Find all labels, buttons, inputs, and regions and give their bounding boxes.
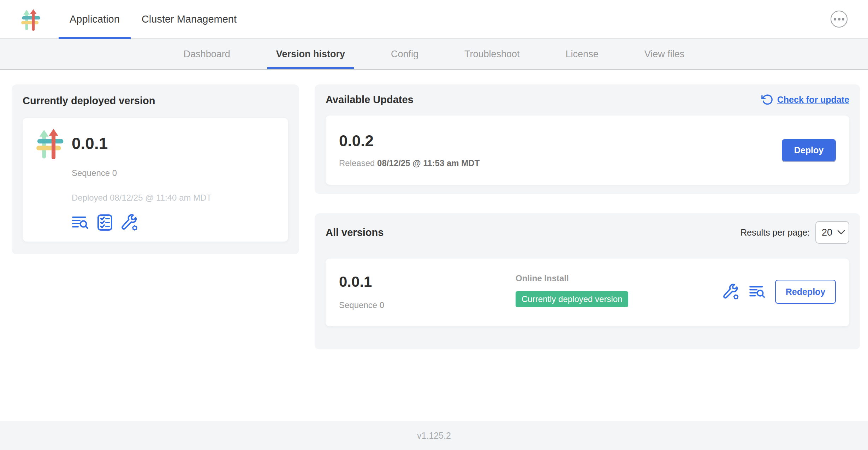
row-install-type: Online Install	[516, 273, 628, 283]
app-logo	[20, 0, 42, 39]
deployed-version-number: 0.0.1	[72, 134, 275, 153]
results-per-page-label: Results per page:	[741, 227, 810, 238]
release-notes-icon[interactable]	[72, 215, 89, 230]
currently-deployed-panel: Currently deployed version 0.0.1 Sequenc…	[12, 84, 299, 254]
available-updates-panel: Available Updates Check for update 0.0.2…	[315, 84, 860, 194]
deployed-sequence: Sequence 0	[72, 168, 275, 178]
console-version: v1.125.2	[417, 431, 451, 441]
currently-deployed-title: Currently deployed version	[23, 95, 288, 107]
app-footer: v1.125.2	[0, 421, 868, 450]
arrows-logo-icon	[20, 5, 42, 34]
app-subnav: Dashboard Version history Config Trouble…	[0, 39, 868, 70]
right-column: Available Updates Check for update 0.0.2…	[315, 84, 860, 349]
row-version-number: 0.0.1	[339, 273, 516, 290]
preflight-checks-icon[interactable]	[97, 214, 113, 231]
edit-config-icon[interactable]	[723, 284, 739, 300]
results-per-page-select[interactable]: 20	[815, 221, 849, 244]
refresh-icon	[761, 94, 773, 106]
all-versions-title: All versions	[326, 227, 384, 238]
tab-cluster-management[interactable]: Cluster Management	[131, 0, 248, 39]
deployed-version-card: 0.0.1 Sequence 0 Deployed 08/12/25 @ 11:…	[23, 118, 288, 242]
version-row: 0.0.1 Sequence 0 Online Install Currentl…	[326, 259, 849, 326]
tab-troubleshoot[interactable]: Troubleshoot	[464, 39, 520, 69]
update-card: 0.0.2 Released 08/12/25 @ 11:53 am MDT D…	[326, 116, 849, 185]
all-versions-panel: All versions Results per page: 20 0	[315, 213, 860, 349]
app-version-logo-icon	[35, 128, 66, 159]
available-updates-title: Available Updates	[326, 94, 414, 106]
tab-license[interactable]: License	[566, 39, 599, 69]
tab-view-files[interactable]: View files	[644, 39, 685, 69]
update-version-number: 0.0.2	[339, 132, 480, 150]
tab-dashboard[interactable]: Dashboard	[184, 39, 230, 69]
ellipsis-icon	[834, 18, 836, 20]
ellipsis-menu-button[interactable]	[831, 11, 848, 28]
edit-config-icon[interactable]	[121, 214, 138, 231]
main-content: Currently deployed version 0.0.1 Sequenc…	[0, 70, 868, 349]
redeploy-button[interactable]: Redeploy	[775, 280, 836, 304]
update-released-timestamp: Released 08/12/25 @ 11:53 am MDT	[339, 158, 480, 168]
deployed-action-icons	[72, 214, 275, 231]
deployed-timestamp: Deployed 08/12/25 @ 11:40 am MDT	[72, 193, 275, 203]
tab-config[interactable]: Config	[391, 39, 418, 69]
tab-version-history[interactable]: Version history	[276, 39, 345, 69]
row-sequence: Sequence 0	[339, 300, 516, 310]
currently-deployed-badge: Currently deployed version	[516, 291, 628, 307]
primary-nav: Application Cluster Management	[59, 0, 248, 39]
check-for-update-link[interactable]: Check for update	[761, 94, 849, 106]
tab-application[interactable]: Application	[59, 0, 131, 39]
release-notes-icon[interactable]	[749, 285, 765, 298]
deploy-button[interactable]: Deploy	[782, 139, 836, 161]
app-header: Application Cluster Management	[0, 0, 868, 39]
